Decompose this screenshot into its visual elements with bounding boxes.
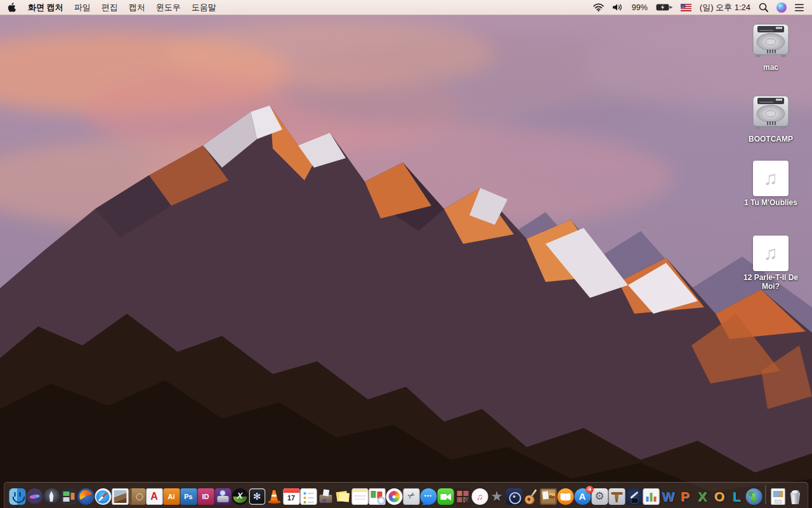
dock-item-grab[interactable]	[403, 488, 420, 505]
desktop-icon-label: 1 Tu M'Oublies	[741, 199, 801, 208]
indesign-icon	[197, 488, 214, 505]
keynote-icon	[608, 488, 625, 505]
dock-item-reminders[interactable]	[300, 488, 317, 505]
audio-file-icon: ♫	[753, 161, 789, 196]
dock-item-indesign[interactable]	[197, 488, 214, 505]
dock-item-notes[interactable]	[351, 488, 369, 505]
itunes-icon	[471, 488, 488, 505]
excel-icon	[694, 488, 710, 505]
menu-window[interactable]: 윈도우	[156, 2, 181, 13]
desktop-icon-audio-file-2[interactable]: ♫ 12 Parle-T-Il De Moi?	[741, 236, 801, 291]
dock-item-messages[interactable]	[420, 488, 437, 505]
menu-bar-clock[interactable]: (일) 오후 1:24	[700, 2, 750, 13]
dock-item-keynote[interactable]	[608, 488, 625, 505]
docs-badge-icon	[369, 488, 385, 505]
wifi-icon[interactable]	[593, 3, 604, 11]
garageband-icon	[523, 488, 539, 505]
dock-item-illustrator[interactable]	[163, 488, 180, 505]
dock-item-acrobat[interactable]	[146, 488, 163, 505]
calendar-icon	[283, 488, 299, 505]
menu-bar: 화면 캡처 파일 편집 캡처 윈도우 도움말 99%	[0, 0, 812, 15]
dock-item-disk-fan[interactable]	[249, 488, 266, 505]
disk-fan-icon	[249, 488, 265, 505]
dock-item-photoshop[interactable]	[180, 488, 197, 505]
menu-file[interactable]: 파일	[74, 2, 91, 13]
trash-icon	[787, 488, 803, 505]
dock-item-safari[interactable]	[95, 488, 112, 505]
dock-item-word[interactable]	[660, 488, 677, 505]
dock-item-preview[interactable]	[112, 488, 129, 505]
dock-item-trash[interactable]	[787, 488, 804, 505]
messages-icon	[420, 488, 436, 505]
battery-charging-icon[interactable]	[656, 3, 672, 11]
image-document-icon	[771, 488, 785, 505]
dock-item-x-media[interactable]	[232, 488, 249, 505]
menu-app-name[interactable]: 화면 캡처	[28, 2, 63, 13]
spotlight-search-icon[interactable]	[759, 3, 768, 12]
menu-capture[interactable]: 캡처	[129, 2, 145, 13]
dock-item-corkboard[interactable]	[540, 488, 557, 505]
pages-classic-icon	[625, 488, 642, 505]
dock-item-ibooks[interactable]	[557, 488, 574, 505]
desktop-icon-label: 12 Parle-T-Il De Moi?	[741, 274, 801, 291]
dock-item-downloads[interactable]	[745, 488, 763, 505]
dock-item-photos[interactable]	[386, 488, 403, 505]
dock-item-system-preferences[interactable]	[591, 488, 608, 505]
desktop-icon-audio-file-1[interactable]: ♫ 1 Tu M'Oublies	[741, 161, 801, 208]
apple-menu[interactable]	[8, 3, 16, 13]
dock-item-outlook[interactable]	[711, 488, 728, 505]
stickies-icon	[334, 488, 351, 505]
dock-item-garageband[interactable]	[523, 488, 540, 505]
dock-item-toast[interactable]	[214, 488, 232, 505]
lync-icon	[728, 488, 745, 505]
audio-file-icon: ♫	[753, 236, 789, 271]
dock-item-launchpad[interactable]	[43, 488, 60, 505]
desktop-icon-bootcamp-drive[interactable]: BOOTCAMP	[741, 95, 801, 144]
dock-item-finder[interactable]	[9, 488, 26, 505]
acrobat-icon	[146, 488, 162, 505]
downloads-icon	[745, 488, 762, 505]
dock-item-pages-classic[interactable]	[625, 488, 643, 505]
dock-item-excel[interactable]	[694, 488, 711, 505]
dock-item-dvd-player[interactable]	[506, 488, 523, 505]
facetime-icon	[437, 488, 454, 505]
dock-item-photo-booth[interactable]	[454, 488, 471, 505]
outlook-icon	[711, 488, 728, 505]
menu-help[interactable]: 도움말	[192, 2, 216, 13]
dock-item-lync[interactable]	[728, 488, 745, 505]
dock-item-docs-badge[interactable]	[369, 488, 386, 505]
volume-icon[interactable]	[612, 3, 624, 11]
dock-item-firefox[interactable]	[77, 488, 95, 505]
ballot-box-icon	[317, 488, 334, 505]
desktop-icon-mac-drive[interactable]: mac	[741, 23, 801, 72]
photoshop-icon	[180, 488, 197, 505]
dock-item-app-store[interactable]: 4	[574, 488, 591, 505]
dock-item-image-document[interactable]	[769, 488, 787, 505]
siri-icon[interactable]	[776, 3, 787, 13]
dock-item-facetime[interactable]	[437, 488, 454, 505]
word-icon	[660, 488, 676, 505]
powerpoint-icon	[677, 488, 693, 505]
us-flag-input-icon[interactable]	[681, 4, 691, 11]
dock-item-vlc[interactable]	[266, 488, 283, 505]
dock-item-stickies[interactable]	[334, 488, 351, 505]
dock-item-mission-control[interactable]	[60, 488, 77, 505]
launchpad-icon	[43, 488, 60, 505]
desktop-icon-label: BOOTCAMP	[741, 135, 801, 144]
dock-item-siri[interactable]	[26, 488, 43, 505]
dock-item-ballot-box[interactable]	[317, 488, 334, 505]
safari-icon	[95, 488, 111, 505]
dock-item-numbers-classic[interactable]	[643, 488, 660, 505]
mission-control-icon	[60, 488, 77, 505]
dock-divider	[766, 485, 766, 504]
vlc-icon	[266, 488, 282, 505]
menu-edit[interactable]: 편집	[102, 2, 118, 13]
notification-center-icon[interactable]	[795, 4, 804, 11]
dock-item-itunes[interactable]	[471, 488, 488, 505]
dock-item-contacts[interactable]	[129, 488, 146, 505]
dock-item-imovie[interactable]	[488, 488, 506, 505]
dock-item-powerpoint[interactable]	[677, 488, 694, 505]
dock: 4	[4, 482, 809, 508]
preview-icon	[112, 488, 128, 505]
dock-item-calendar[interactable]	[283, 488, 300, 505]
